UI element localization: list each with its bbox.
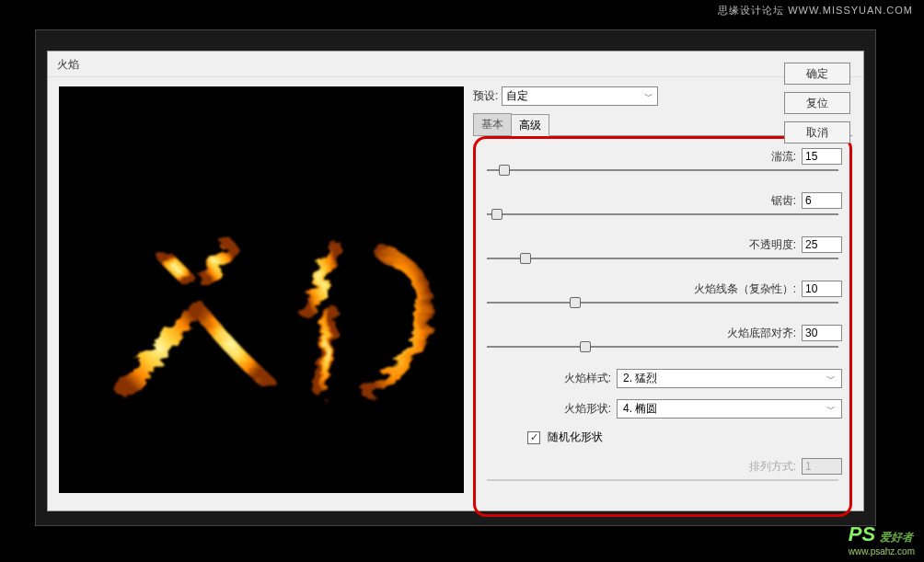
watermark-top: 思缘设计论坛 WWW.MISSYUAN.COM bbox=[718, 4, 913, 17]
tab-basic[interactable]: 基本 bbox=[473, 113, 512, 135]
random-checkbox[interactable]: ✓ bbox=[527, 431, 540, 444]
align-slider[interactable] bbox=[487, 343, 838, 361]
chevron-down-icon: ﹀ bbox=[826, 403, 836, 416]
jag-slider[interactable] bbox=[487, 211, 838, 229]
style-select[interactable]: 2. 猛烈 ﹀ bbox=[617, 369, 842, 388]
ok-button[interactable]: 确定 bbox=[784, 63, 850, 85]
complexity-input[interactable]: 10 bbox=[802, 281, 842, 297]
arrange-label: 排列方式: bbox=[483, 459, 802, 475]
tab-advanced[interactable]: 高级 bbox=[511, 114, 549, 136]
turbulence-slider[interactable] bbox=[487, 166, 838, 185]
shape-value: 4. 椭圆 bbox=[623, 401, 657, 417]
complexity-label: 火焰线条（复杂性）: bbox=[483, 281, 802, 297]
style-label: 火焰样式: bbox=[483, 371, 617, 386]
shape-select[interactable]: 4. 椭圆 ﹀ bbox=[617, 399, 842, 419]
opacity-label: 不透明度: bbox=[483, 237, 802, 253]
cancel-button[interactable]: 取消 bbox=[784, 121, 850, 143]
flame-dialog: 火焰 确定 复位 取消 bbox=[47, 51, 864, 511]
preview-area bbox=[59, 86, 464, 493]
watermark-url: www.psahz.com bbox=[849, 546, 915, 556]
advanced-panel: 湍流: 15 锯齿: 6 不透明度: 25 火焰线条（复杂性）: 10 bbox=[473, 136, 852, 517]
align-input[interactable]: 30 bbox=[802, 325, 842, 341]
opacity-input[interactable]: 25 bbox=[802, 236, 842, 253]
dialog-title: 火焰 bbox=[48, 52, 863, 77]
chevron-down-icon: ﹀ bbox=[826, 373, 836, 385]
jag-input[interactable]: 6 bbox=[802, 192, 842, 209]
style-value: 2. 猛烈 bbox=[623, 371, 657, 386]
arrange-input: 1 bbox=[802, 458, 842, 475]
opacity-slider[interactable] bbox=[487, 255, 838, 273]
watermark-bottom: PS 爱好者 www.psahz.com bbox=[849, 522, 915, 556]
preset-value: 自定 bbox=[506, 88, 528, 104]
arrange-slider bbox=[487, 476, 838, 495]
complexity-slider[interactable] bbox=[487, 299, 838, 317]
watermark-text: 爱好者 bbox=[880, 531, 913, 544]
turbulence-label: 湍流: bbox=[483, 149, 802, 165]
jag-label: 锯齿: bbox=[483, 193, 802, 209]
random-label: 随机化形状 bbox=[548, 430, 603, 445]
turbulence-input[interactable]: 15 bbox=[802, 148, 842, 165]
align-label: 火焰底部对齐: bbox=[483, 326, 802, 341]
shape-label: 火焰形状: bbox=[483, 401, 617, 417]
watermark-ps: PS bbox=[849, 522, 875, 545]
chevron-down-icon: ﹀ bbox=[644, 90, 653, 103]
reset-button[interactable]: 复位 bbox=[784, 92, 850, 114]
preset-select[interactable]: 自定 ﹀ bbox=[502, 86, 658, 106]
preset-label: 预设: bbox=[473, 88, 498, 104]
